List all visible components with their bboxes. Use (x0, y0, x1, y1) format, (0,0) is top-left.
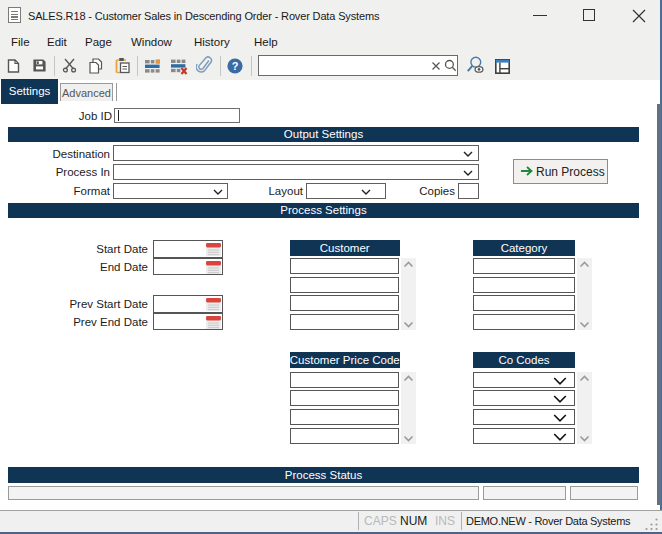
svg-text:?: ? (232, 60, 239, 72)
